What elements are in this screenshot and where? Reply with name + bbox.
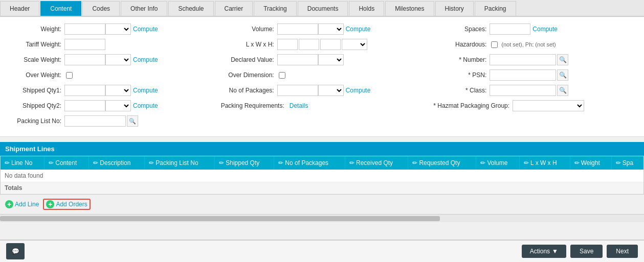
number-search-button[interactable]: 🔍 [557,54,568,65]
footer-right-buttons: Actions ▼ Save Next [522,245,638,258]
tab-documents[interactable]: Documents [298,1,348,16]
number-search-icon: 🔍 [559,56,567,63]
no-data-cell: No data found [1,170,643,182]
hazmat-packaging-select[interactable] [513,100,584,111]
form-col-3: Spaces: Compute Hazardous: (not set), Ph… [433,23,636,130]
tab-bar: Header Content Codes Other Info Schedule… [0,0,644,17]
psn-input[interactable] [490,69,556,81]
tab-codes[interactable]: Codes [82,1,120,16]
over-weight-label: Over Weight: [8,72,64,79]
horizontal-scrollbar[interactable] [0,214,644,222]
shipped-qty1-input[interactable] [64,85,105,96]
tab-header[interactable]: Header [0,1,39,16]
psn-search-icon: 🔍 [559,72,567,79]
width-input[interactable] [299,39,319,50]
class-input[interactable] [490,85,556,96]
tab-packing[interactable]: Packing [475,1,516,16]
add-line-link[interactable]: + Add Line [5,200,39,208]
form-col-2: Volume: Compute L x W x H: Declared Valu… [221,23,424,130]
col-no-of-packages[interactable]: ✏ No of Packages [274,156,345,170]
lxwxh-unit-select[interactable] [342,39,367,50]
col-weight[interactable]: ✏ Weight [570,156,611,170]
packing-req-details-link[interactable]: Details [290,102,308,109]
shipment-lines-header: Shipment Lines [0,142,644,156]
hazardous-checkbox[interactable] [491,41,498,48]
col-lxwxh-icon: ✏ [524,159,529,166]
col-spa[interactable]: ✏ Spa [611,156,643,170]
shipped-qty2-input[interactable] [64,100,105,111]
shipment-lines-section: Shipment Lines ✏ Line No ✏ Content ✏ Des… [0,142,644,210]
tab-carrier[interactable]: Carrier [215,1,253,16]
no-of-packages-compute-link[interactable]: Compute [346,87,371,94]
col-lxwxh[interactable]: ✏ L x W x H [520,156,570,170]
col-requested-qty[interactable]: ✏ Requested Qty [408,156,476,170]
volume-compute-link[interactable]: Compute [346,26,371,33]
no-of-packages-label: No of Packages: [221,87,277,94]
shipped-qty2-unit-select[interactable] [105,100,131,111]
actions-button[interactable]: Actions ▼ [522,245,566,258]
volume-input[interactable] [277,23,318,35]
lxwxh-inputs [277,39,367,50]
number-input[interactable] [490,54,556,65]
col-line-no[interactable]: ✏ Line No [1,156,45,170]
no-of-packages-input[interactable] [277,85,318,96]
col-volume-icon: ✏ [480,159,485,166]
col-shipped-qty[interactable]: ✏ Shipped Qty [215,156,274,170]
tab-milestones[interactable]: Milestones [385,1,434,16]
add-line-label: Add Line [15,201,39,208]
no-of-packages-unit-select[interactable] [318,85,344,96]
tab-holds[interactable]: Holds [349,1,384,16]
weight-unit-select[interactable] [105,23,131,35]
packing-list-no-input[interactable] [64,115,126,127]
tariff-weight-label: Tariff Weight: [8,41,64,48]
weight-label: Weight: [8,26,64,33]
tab-content[interactable]: Content [40,1,81,16]
weight-compute-link[interactable]: Compute [133,26,158,33]
tab-history[interactable]: History [435,1,474,16]
tab-schedule[interactable]: Schedule [168,1,213,16]
scale-weight-input[interactable] [64,54,105,65]
chat-button[interactable]: 💬 [6,243,25,259]
psn-label: * PSN: [433,72,490,79]
col-shipped-qty-icon: ✏ [219,159,224,166]
add-orders-link[interactable]: + Add Orders [43,199,90,210]
over-weight-checkbox[interactable] [66,72,73,79]
col-line-no-icon: ✏ [5,159,10,166]
tab-other-info[interactable]: Other Info [121,1,167,16]
col-packing-list-no[interactable]: ✏ Packing List No [145,156,215,170]
scale-weight-compute-link[interactable]: Compute [133,56,158,63]
height-input[interactable] [320,39,341,50]
shipped-qty1-compute-link[interactable]: Compute [133,87,158,94]
class-label: * Class: [433,87,490,94]
length-input[interactable] [277,39,298,50]
scale-weight-unit-select[interactable] [105,54,131,65]
packing-list-search-icon: 🔍 [129,118,136,125]
packing-list-search-button[interactable]: 🔍 [127,115,138,127]
col-volume[interactable]: ✏ Volume [476,156,520,170]
number-label: * Number: [433,56,490,63]
shipped-qty1-unit-select[interactable] [105,85,131,96]
class-search-button[interactable]: 🔍 [557,85,568,96]
col-content[interactable]: ✏ Content [45,156,89,170]
next-button[interactable]: Next [607,245,638,258]
hazardous-row: (not set), Ph: (not set) [490,41,556,48]
over-dimension-checkbox[interactable] [279,72,285,79]
col-received-qty[interactable]: ✏ Received Qty [345,156,408,170]
col-description[interactable]: ✏ Description [89,156,145,170]
spaces-compute-link[interactable]: Compute [532,26,558,33]
psn-search-button[interactable]: 🔍 [557,69,568,81]
hazardous-text: (not set), Ph: (not set) [501,41,556,47]
declared-value-currency-select[interactable] [318,54,344,65]
col-received-qty-icon: ✏ [349,159,354,166]
tab-tracking[interactable]: Tracking [254,1,297,16]
scroll-thumb[interactable] [0,216,440,221]
declared-value-input[interactable] [277,54,318,65]
shipped-qty2-compute-link[interactable]: Compute [133,102,158,109]
save-button[interactable]: Save [570,245,603,258]
volume-unit-select[interactable] [318,23,344,35]
tariff-weight-input[interactable] [64,39,105,50]
spaces-input[interactable] [490,23,530,35]
form-area: Weight: Compute Tariff Weight: Scale Wei… [0,17,644,137]
weight-input[interactable] [64,23,105,35]
actions-chevron-icon: ▼ [552,248,558,255]
